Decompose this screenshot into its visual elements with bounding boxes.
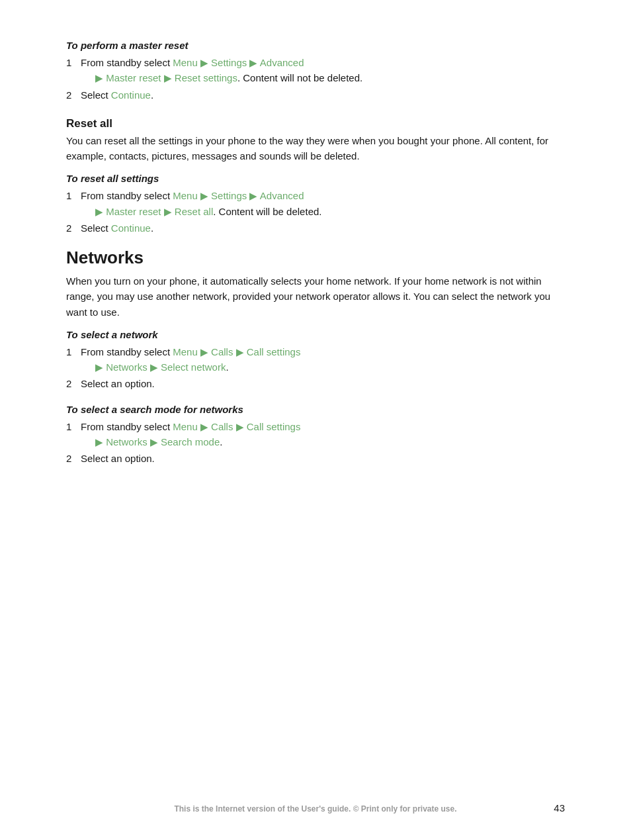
menu-path: Menu ▶ Calls ▶ Call settings ▶ Networks … bbox=[81, 346, 300, 373]
step-number: 1 bbox=[66, 344, 81, 359]
step-item: 2 Select an option. bbox=[66, 451, 565, 466]
step-number: 2 bbox=[66, 220, 81, 236]
step-content: From standby select Menu ▶ Calls ▶ Call … bbox=[81, 419, 565, 450]
master-reset-steps: 1 From standby select Menu ▶ Settings ▶ … bbox=[66, 55, 565, 103]
select-network-title: To select a network bbox=[66, 329, 565, 340]
reset-all-section: Reset all You can reset all the settings… bbox=[66, 117, 565, 236]
step-item: 1 From standby select Menu ▶ Calls ▶ Cal… bbox=[66, 419, 565, 450]
step-content: Select an option. bbox=[81, 376, 565, 391]
menu-path: Menu ▶ Settings ▶ Advanced ▶ Master rese… bbox=[81, 190, 304, 216]
networks-section: Networks When you turn on your phone, it… bbox=[66, 248, 565, 466]
menu-path: Continue bbox=[111, 89, 151, 101]
step-number: 1 bbox=[66, 55, 81, 70]
select-network-subsection: To select a network 1 From standby selec… bbox=[66, 329, 565, 392]
step-item: 1 From standby select Menu ▶ Settings ▶ … bbox=[66, 188, 565, 219]
step-content: From standby select Menu ▶ Settings ▶ Ad… bbox=[81, 55, 565, 86]
step-number: 1 bbox=[66, 188, 81, 203]
menu-path: Continue bbox=[111, 222, 151, 234]
networks-heading: Networks bbox=[66, 248, 565, 268]
step-item: 1 From standby select Menu ▶ Calls ▶ Cal… bbox=[66, 344, 565, 375]
reset-all-heading: Reset all bbox=[66, 117, 565, 130]
footer-text: This is the Internet version of the User… bbox=[174, 804, 456, 814]
reset-all-settings-steps: 1 From standby select Menu ▶ Settings ▶ … bbox=[66, 188, 565, 236]
step-item: 2 Select an option. bbox=[66, 376, 565, 391]
step-number: 2 bbox=[66, 87, 81, 103]
step-number: 2 bbox=[66, 376, 81, 391]
step-content: Select Continue. bbox=[81, 87, 565, 103]
reset-all-settings-title: To reset all settings bbox=[66, 173, 565, 184]
master-reset-section: To perform a master reset 1 From standby… bbox=[66, 40, 565, 103]
search-mode-title: To select a search mode for networks bbox=[66, 404, 565, 415]
page-footer: This is the Internet version of the User… bbox=[0, 802, 631, 814]
reset-all-settings-subsection: To reset all settings 1 From standby sel… bbox=[66, 173, 565, 236]
select-network-steps: 1 From standby select Menu ▶ Calls ▶ Cal… bbox=[66, 344, 565, 392]
menu-path: Menu ▶ Calls ▶ Call settings ▶ Networks … bbox=[81, 421, 300, 447]
page-container: To perform a master reset 1 From standby… bbox=[0, 0, 631, 531]
step-item: 1 From standby select Menu ▶ Settings ▶ … bbox=[66, 55, 565, 86]
step-item: 2 Select Continue. bbox=[66, 87, 565, 103]
step-content: From standby select Menu ▶ Settings ▶ Ad… bbox=[81, 188, 565, 219]
search-mode-steps: 1 From standby select Menu ▶ Calls ▶ Cal… bbox=[66, 419, 565, 467]
step-content: Select Continue. bbox=[81, 220, 565, 236]
reset-all-body: You can reset all the settings in your p… bbox=[66, 133, 565, 164]
step-number: 2 bbox=[66, 451, 81, 466]
step-number: 1 bbox=[66, 419, 81, 434]
master-reset-title: To perform a master reset bbox=[66, 40, 565, 51]
search-mode-subsection: To select a search mode for networks 1 F… bbox=[66, 404, 565, 467]
step-item: 2 Select Continue. bbox=[66, 220, 565, 236]
networks-body: When you turn on your phone, it automati… bbox=[66, 273, 565, 320]
menu-path: Menu ▶ Settings ▶ Advanced ▶ Master rese… bbox=[81, 57, 304, 83]
step-content: From standby select Menu ▶ Calls ▶ Call … bbox=[81, 344, 565, 375]
step-content: Select an option. bbox=[81, 451, 565, 466]
